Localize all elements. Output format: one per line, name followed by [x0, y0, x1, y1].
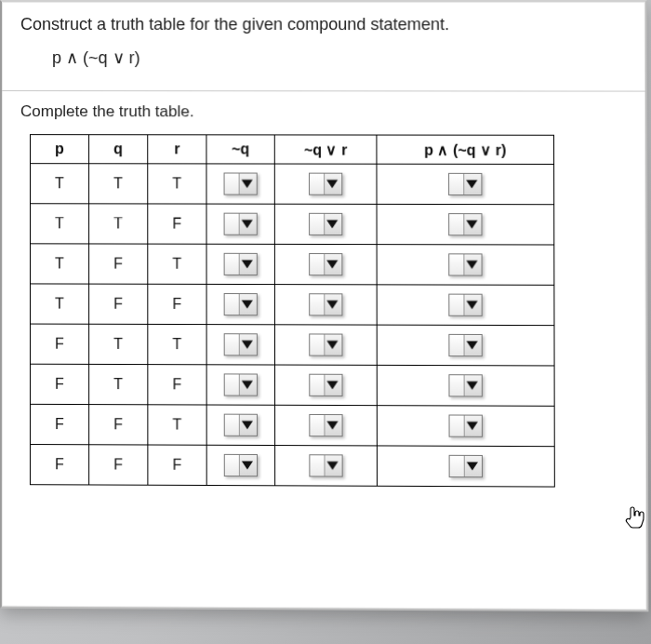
cell-not-q — [206, 365, 274, 405]
dropdown-final[interactable] — [448, 374, 482, 396]
dropdown-not-q[interactable] — [224, 454, 258, 476]
dropdown-final[interactable] — [448, 253, 482, 275]
table-row: F T T — [30, 324, 554, 366]
cell-p: T — [30, 244, 88, 284]
cell-q: F — [89, 244, 148, 284]
col-q: q — [89, 135, 148, 164]
cell-q: F — [89, 284, 148, 324]
cell-final — [377, 365, 554, 406]
cell-notq-or-r — [274, 164, 377, 204]
truth-table: p q r ~q ~q ∨ r p ∧ (~q ∨ r) T T T — [30, 134, 555, 487]
cell-p: T — [30, 164, 88, 204]
divider — [2, 90, 645, 92]
cell-notq-or-r — [274, 325, 377, 366]
cell-not-q — [206, 204, 274, 244]
cell-notq-or-r — [274, 285, 377, 326]
cell-not-q — [206, 164, 274, 204]
photo-backdrop: Construct a truth table for the given co… — [0, 0, 651, 644]
cell-p: T — [30, 284, 88, 324]
cell-final — [377, 164, 554, 205]
cell-r: T — [148, 405, 206, 445]
cell-r: T — [148, 164, 206, 204]
dropdown-final[interactable] — [449, 455, 483, 477]
table-row: T F T — [30, 244, 553, 285]
col-not-q: ~q — [206, 135, 274, 164]
dropdown-not-q[interactable] — [224, 373, 258, 396]
cell-not-q — [206, 405, 274, 446]
cell-p: F — [30, 445, 88, 485]
dropdown-not-q[interactable] — [224, 414, 258, 436]
cell-final — [377, 285, 554, 326]
cell-r: T — [148, 244, 206, 284]
cell-p: F — [30, 404, 88, 444]
cell-notq-or-r — [275, 446, 378, 487]
cell-final — [377, 446, 554, 487]
cell-q: T — [89, 364, 148, 404]
cell-not-q — [206, 445, 274, 486]
cell-notq-or-r — [274, 244, 377, 284]
cell-p: T — [30, 204, 88, 244]
dropdown-final[interactable] — [448, 294, 482, 316]
subtitle-text: Complete the truth table. — [20, 102, 627, 122]
cell-q: T — [89, 164, 148, 204]
dropdown-not-q[interactable] — [224, 172, 258, 195]
cell-final — [377, 406, 554, 447]
cell-final — [377, 204, 554, 245]
dropdown-notq-or-r[interactable] — [309, 173, 342, 195]
cell-q: F — [89, 405, 148, 445]
table-header-row: p q r ~q ~q ∨ r p ∧ (~q ∨ r) — [30, 135, 553, 165]
dropdown-not-q[interactable] — [224, 253, 258, 275]
cell-final — [377, 325, 554, 366]
cell-p: F — [30, 364, 88, 404]
cell-r: F — [148, 365, 206, 405]
col-p: p — [30, 135, 88, 164]
table-row: T F F — [30, 284, 554, 326]
cell-q: T — [89, 204, 148, 244]
col-final: p ∧ (~q ∨ r) — [377, 135, 554, 164]
cell-r: F — [148, 204, 206, 244]
app-window: Construct a truth table for the given co… — [0, 0, 648, 611]
pointer-hand-icon — [623, 504, 647, 532]
dropdown-final[interactable] — [449, 414, 483, 436]
dropdown-notq-or-r[interactable] — [309, 213, 342, 235]
cell-not-q — [206, 244, 274, 284]
table-row: F F T — [30, 404, 554, 446]
table-body: T T T T T F — [30, 164, 554, 487]
dropdown-final[interactable] — [448, 213, 482, 235]
cell-q: T — [89, 324, 148, 364]
cell-r: F — [148, 445, 206, 485]
cell-not-q — [206, 284, 274, 324]
dropdown-not-q[interactable] — [224, 293, 258, 315]
col-r: r — [148, 135, 206, 164]
dropdown-final[interactable] — [448, 173, 482, 195]
dropdown-notq-or-r[interactable] — [309, 293, 342, 315]
table-row: T T T — [30, 164, 553, 205]
table-row: T T F — [30, 204, 553, 245]
cell-p: F — [30, 324, 88, 364]
cell-notq-or-r — [275, 365, 378, 406]
table-row: F T F — [30, 364, 554, 406]
compound-expression: p ∧ (~q ∨ r) — [52, 47, 627, 68]
cell-notq-or-r — [275, 405, 378, 446]
instruction-text: Construct a truth table for the given co… — [20, 15, 627, 34]
cell-r: T — [148, 324, 206, 364]
dropdown-notq-or-r[interactable] — [309, 414, 342, 436]
cell-not-q — [206, 325, 274, 365]
cell-notq-or-r — [274, 204, 377, 244]
dropdown-notq-or-r[interactable] — [309, 333, 342, 356]
dropdown-not-q[interactable] — [224, 213, 258, 235]
dropdown-final[interactable] — [448, 334, 482, 356]
col-notq-or-r: ~q ∨ r — [274, 135, 377, 164]
dropdown-notq-or-r[interactable] — [309, 253, 342, 275]
dropdown-not-q[interactable] — [224, 333, 258, 356]
table-row: F F F — [30, 445, 554, 488]
dropdown-notq-or-r[interactable] — [309, 374, 342, 396]
cell-q: F — [89, 445, 148, 485]
dropdown-notq-or-r[interactable] — [309, 454, 342, 476]
cell-r: F — [148, 284, 206, 324]
cell-final — [377, 245, 554, 286]
